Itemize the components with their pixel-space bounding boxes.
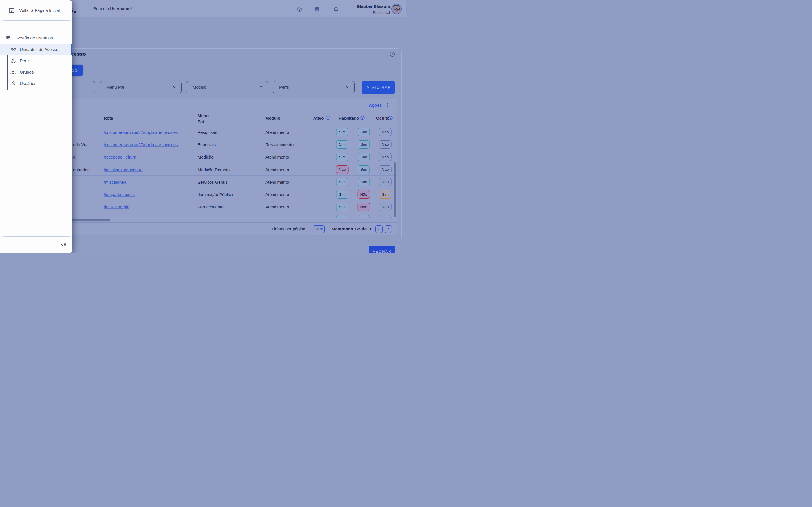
row-rota-link[interactable]: /miscelanea (104, 179, 126, 184)
row-modulo: Atendimento (265, 167, 289, 172)
table-row: nda Via /customer-service/27/duplicate-i… (68, 138, 397, 151)
oculto-badge: Não (379, 140, 392, 149)
ativo-badge: Sim (336, 190, 348, 199)
sidebar-item-unidades-de-acesso[interactable]: Unidades de Acesso (0, 44, 72, 55)
sidebar-item-label: Perfis (20, 58, 31, 63)
row-name-fragment: nda Via (73, 142, 87, 147)
chevron-down-icon (345, 84, 350, 91)
info-icon[interactable] (388, 115, 393, 120)
sidebar-item-label: Usuários (20, 81, 36, 86)
sidebar-item-usuarios[interactable]: Usuários (0, 78, 72, 89)
sidebar-item-grupos[interactable]: Grupos (0, 66, 72, 78)
row-name-fragment: entrador ... (73, 167, 94, 172)
row-menu-pai: Serviços Gerais (198, 179, 227, 184)
user-name[interactable]: Glauber Elissom (334, 4, 390, 9)
user-status: Presencial (334, 10, 390, 15)
habilitado-badge: Sim (357, 165, 370, 174)
filter-menu-pai-select[interactable]: Menu Pai (100, 81, 182, 93)
column-header-rota: Rota (104, 116, 113, 121)
sidebar-divider (3, 236, 70, 237)
oculto-badge: Não (379, 165, 392, 174)
rows-per-page-label: Linhas por página (266, 226, 305, 231)
row-menu-pai: Medição (198, 155, 214, 159)
oculto-badge: Não (379, 128, 392, 136)
column-header-menu-pai: Menu Pai (198, 113, 211, 124)
info-icon[interactable] (326, 115, 331, 120)
filtrar-button[interactable]: FILTRAR (362, 81, 395, 94)
fechar-button[interactable]: FECHAR (369, 245, 395, 253)
help-icon[interactable] (297, 6, 303, 12)
back-to-home-label: Voltar à Página Inicial (19, 8, 60, 13)
habilitado-badge: Sim (357, 128, 370, 136)
row-modulo: Atendimento (265, 129, 289, 134)
filter-perfil-select[interactable]: Perfil (273, 81, 355, 93)
habilitado-badge: Não (357, 190, 370, 199)
title-info-icon[interactable] (389, 51, 395, 57)
sidebar-item-perfis[interactable]: Perfis (0, 55, 72, 66)
habilitado-badge: Sim (357, 178, 370, 186)
habilitado-badge: Sim (357, 140, 370, 149)
rows-per-page-select[interactable]: 10 (313, 225, 324, 233)
oculto-badge: Não (379, 203, 392, 211)
actions-link[interactable]: Ações (369, 103, 382, 108)
table-header-row: Rota Menu Pai Módulo Ativo Habilitado Oc… (68, 111, 397, 126)
ativo-badge: Sim (336, 203, 348, 211)
link-icon (10, 47, 16, 52)
playlist-add-icon (6, 35, 11, 41)
row-modulo: Ressarcimento (265, 142, 294, 147)
row-rota-link[interactable]: /customer-service/27/duplicate-invoices (104, 129, 178, 134)
habilitado-badge: Não (357, 203, 370, 211)
column-header-oculto: Oculto (376, 116, 390, 121)
oculto-badge: Sim (379, 190, 391, 199)
table-row: /customer-service/27/duplicate-invoices … (68, 126, 397, 138)
kebab-menu-icon[interactable] (385, 103, 390, 108)
greeting-text: Bom dia Username! (93, 6, 132, 11)
filtrar-label: FILTRAR (372, 86, 391, 90)
avatar[interactable] (391, 4, 402, 14)
row-rota-link[interactable]: /lampada_acesa (104, 192, 135, 197)
ativo-badge: Não (336, 165, 349, 174)
horizontal-scrollbar-thumb[interactable] (68, 219, 110, 221)
info-icon[interactable] (360, 115, 365, 120)
column-header-modulo: Módulo (265, 116, 280, 121)
next-page-button[interactable] (385, 225, 392, 233)
caret-down-icon (320, 228, 322, 230)
previous-page-button[interactable] (375, 225, 383, 233)
sidebar-section-gestao-usuarios[interactable]: Gestão de Usuários (0, 32, 72, 43)
horizontal-scrollbar[interactable] (68, 218, 397, 222)
table-body: /customer-service/27/duplicate-invoices … (68, 126, 397, 222)
sidebar-item-label: Grupos (20, 69, 34, 74)
row-menu-pai: Fornecimento (198, 205, 223, 209)
sidebar-section-label: Gestão de Usuários (15, 36, 53, 40)
row-rota-link[interactable]: /falta_energia (104, 205, 130, 209)
column-header-habilitado: Habilitado (339, 116, 359, 121)
note-add-icon[interactable] (314, 6, 320, 12)
person-icon (10, 80, 16, 87)
sidebar: Voltar à Página Inicial Gestão de Usuári… (0, 0, 72, 253)
table-actions-row: Ações (68, 100, 397, 111)
chevron-down-icon (172, 84, 177, 91)
row-rota-link[interactable]: /customer-service/27/duplicate-invoices (104, 142, 178, 147)
ativo-badge: Sim (336, 128, 348, 136)
sidebar-item-label: Unidades de Acesso (20, 47, 58, 52)
row-menu-pai: Medição Remota (198, 167, 230, 172)
column-header-ativo: Ativo (313, 116, 324, 121)
vertical-scrollbar-thumb[interactable] (394, 162, 396, 217)
briefcase-return-icon (8, 7, 15, 13)
row-modulo: Atendimento (265, 192, 289, 197)
dialog-footer-panel: FECHAR (40, 244, 400, 253)
collapse-sidebar-icon[interactable] (60, 241, 67, 248)
row-menu-pai: Pesquisas (198, 129, 217, 134)
filter-perfil-label: Perfil (279, 85, 289, 90)
row-rota-link[interactable]: /instalvao_concentra (104, 167, 143, 172)
shapes-icon (10, 58, 16, 64)
groups-icon (10, 69, 16, 75)
filter-modulo-select[interactable]: Módulo (186, 81, 268, 93)
filter-modulo-label: Módulo (193, 85, 206, 90)
access-units-table-card: Ações Rota Menu Pai Módulo Ativo Habilit… (68, 99, 397, 235)
table-row: /miscelanea Serviços Gerais Atendimento … (68, 176, 397, 188)
back-to-home-item[interactable]: Voltar à Página Inicial (0, 0, 72, 20)
table-row: entrador ... /instalvao_concentra Mediçã… (68, 163, 397, 176)
row-rota-link[interactable]: /recepcao_leitura (104, 155, 136, 159)
logo-dot (77, 3, 80, 15)
